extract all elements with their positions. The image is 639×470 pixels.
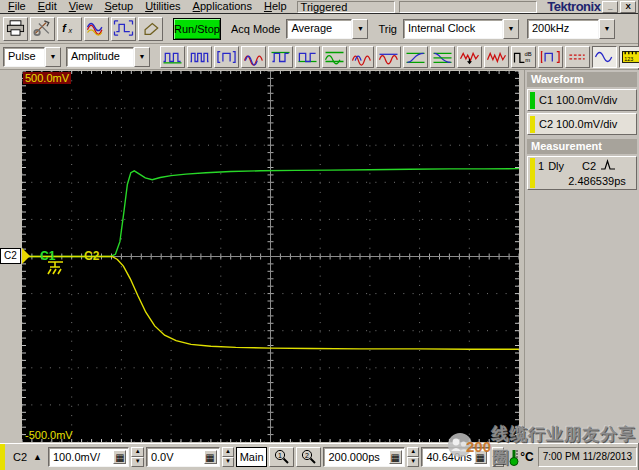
keypad-icon[interactable]: ▦ [113,450,126,464]
spin-down-icon[interactable]: ▼ [222,457,235,467]
horizontal-scale-field[interactable]: 200.000ps▦ [323,447,404,467]
dropdown-arrow-icon[interactable]: ▼ [599,19,615,39]
rise-time-icon[interactable] [403,46,428,68]
horizontal-position-spinner[interactable]: ▲▼ [492,447,505,467]
vertical-scale-spinner[interactable]: ▲▼ [131,447,144,467]
menu-applications[interactable]: Applications [187,0,258,13]
gated-width-icon[interactable] [214,46,239,68]
high-icon[interactable] [268,46,293,68]
waveform-display-icon[interactable] [592,46,617,68]
spin-up-icon[interactable]: ▲ [407,447,420,457]
temperature-indicator: °C [508,448,533,466]
vertical-offset-field[interactable]: 0.0V▦ [146,447,220,467]
print-button[interactable] [3,17,28,41]
spin-down-icon[interactable]: ▼ [407,457,420,467]
channel-selector[interactable]: C2 [13,451,27,463]
svg-text:f: f [62,21,67,33]
period-icon[interactable] [160,46,185,68]
keypad-icon[interactable]: ▦ [204,450,217,464]
trig-rate-select[interactable]: 200kHz▼ [527,19,615,39]
magnifier-1-icon: 1 [273,449,291,465]
dropdown-arrow-icon[interactable]: ▼ [503,19,519,39]
timebase-indicator[interactable]: Main [236,447,267,467]
status-bar: C2 ▲ 100.0mV/▦ ▲▼ 0.0V▦ ▲▼ Main 1 2 200.… [0,443,638,470]
spin-down-icon[interactable]: ▼ [492,457,505,467]
svg-text:123: 123 [624,55,633,61]
spin-down-icon[interactable]: ▼ [131,457,144,467]
frequency-icon[interactable] [187,46,212,68]
acq-mode-select[interactable]: Average▼ [286,19,368,39]
menu-help[interactable]: Help [258,0,293,13]
measurement-item[interactable]: 1 Dly C2 2.486539ps [527,156,637,190]
zoom-waveform-icon [112,19,135,39]
menu-utilities[interactable]: Utilities [139,0,186,13]
waveform-header: Waveform [527,72,637,87]
menu-setup[interactable]: Setup [98,0,139,13]
zoom-waveform-button[interactable] [111,17,136,41]
spin-up-icon[interactable]: ▲ [131,447,144,457]
vertical-offset-spinner[interactable]: ▲▼ [222,447,235,467]
low-icon[interactable] [295,46,320,68]
ac-rms-icon[interactable] [241,46,266,68]
datetime-readout: 7:00 PM 11/28/2013 [538,447,637,467]
spin-up-icon[interactable]: ▲ [222,447,235,457]
keypad-icon[interactable]: ▦ [389,450,402,464]
measure-category-select[interactable]: Pulse▼ [3,47,61,67]
pos-overshoot-icon[interactable] [457,46,482,68]
mag2-button[interactable]: 2 [296,447,321,467]
eraser-button[interactable] [138,17,163,41]
dropdown-arrow-icon[interactable]: ▼ [352,19,368,39]
formula-button[interactable]: fx [57,17,82,41]
horizontal-scale-spinner[interactable]: ▲▼ [407,447,420,467]
measurement-value: 2.486539ps [538,175,634,187]
main-toolbar: fx Run/Stop Acq Mode Average▼ Trig Inter… [0,14,638,44]
dropdown-arrow-icon[interactable]: ▼ [134,47,150,67]
measure-type-value: Amplitude [66,47,134,67]
run-stop-button[interactable]: Run/Stop [173,18,221,40]
acq-mode-label: Acq Mode [231,23,281,35]
menu-edit[interactable]: Edit [32,0,63,13]
dbm-icon[interactable]: dBm [511,46,536,68]
thermometer-icon [508,448,520,466]
horizontal-position-field[interactable]: 40.640ns▦ [421,447,489,467]
spin-up-icon[interactable]: ▲ [492,447,505,457]
close-button[interactable]: X [620,1,636,13]
channel-marker[interactable]: C2 [0,248,21,264]
fall-time-icon[interactable] [430,46,455,68]
readouts-icon[interactable]: 123 [619,46,639,68]
waveform-c2-button[interactable]: C2 100.0mV/div [527,113,637,135]
measurement-color-stripe [530,158,535,188]
display-area: 500.0mV -500.0mV C1C2 C2 Waveform C1 100… [0,70,638,443]
tektronix-scope-window: File Edit View Setup Utilities Applicati… [0,0,639,470]
minimize-button[interactable]: _ [602,1,618,13]
measure-type-select[interactable]: Amplitude▼ [66,47,150,67]
waveform-c1-button[interactable]: C1 100.0mV/div [527,89,637,111]
trigger-status: Triggered [297,1,396,13]
measurement-source: C2 [582,160,596,172]
tools-button[interactable] [30,17,55,41]
svg-text:dB: dB [524,51,531,57]
mid-icon[interactable] [322,46,347,68]
menu-file[interactable]: File [2,0,32,13]
mag1-button[interactable]: 1 [269,447,294,467]
display-toggle-group: 123 [565,46,639,68]
trig-rate-value: 200kHz [527,19,599,39]
channel-up-icon[interactable]: ▲ [33,452,42,462]
gated-pulse-icon[interactable] [538,46,563,68]
pulse-icon [600,159,616,173]
menu-view[interactable]: View [63,0,99,13]
amplitude-icon[interactable] [376,46,401,68]
menu-bar: File Edit View Setup Utilities Applicati… [0,0,638,14]
neg-overshoot-icon[interactable] [484,46,509,68]
channel-marker-arrow-icon[interactable] [22,248,30,264]
control-panel: Waveform C1 100.0mV/div C2 100.0mV/div M… [524,70,639,443]
cycle-rms-icon[interactable] [349,46,374,68]
trig-source-select[interactable]: Internal Clock▼ [403,19,519,39]
vertical-scale-field[interactable]: 100.0mV/▦ [48,447,129,467]
trig-source-value: Internal Clock [403,19,503,39]
dropdown-arrow-icon[interactable]: ▼ [45,47,61,67]
keypad-icon[interactable]: ▦ [474,450,487,464]
cursors-icon[interactable] [565,46,590,68]
color-waveform-button[interactable] [84,17,109,41]
vertical-scale-bottom-readout: -500.0mV [23,429,75,441]
